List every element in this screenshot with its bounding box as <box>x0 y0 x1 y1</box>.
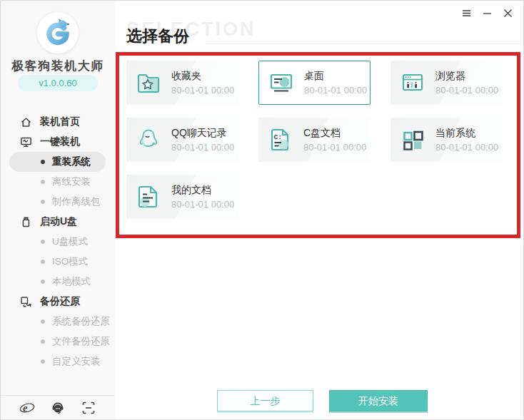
card-title: 收藏夹 <box>171 70 234 83</box>
start-install-button[interactable]: 开始安装 <box>329 390 428 411</box>
sidebar-item-label: 重装系统 <box>52 155 91 168</box>
sidebar-item-label: U盘模式 <box>52 235 88 248</box>
close-icon[interactable] <box>502 7 514 19</box>
sidebar-item-label: 自定义安装 <box>52 355 101 368</box>
bullet-icon <box>41 200 45 204</box>
sidebar-item-label: 一键装机 <box>40 135 80 148</box>
backup-card-c-drive-docs[interactable]: C: C盘文档 80-01-01 00:00 <box>258 118 371 162</box>
card-date: 80-01-01 00:00 <box>435 85 498 96</box>
sidebar-item-home[interactable]: 装机首页 <box>1 112 115 132</box>
sidebar-item-system-backup-restore[interactable]: 系统备份还原 <box>1 312 115 332</box>
c-drive-doc-icon: C: <box>266 126 295 154</box>
backup-restore-icon <box>20 296 32 308</box>
previous-step-button[interactable]: 上一步 <box>217 390 313 411</box>
card-title: 桌面 <box>304 70 367 83</box>
backup-card-browser[interactable]: 浏览器 80-01-01 00:00 <box>391 61 503 105</box>
qq-icon <box>134 126 163 154</box>
sidebar-item-backup-restore[interactable]: 备份还原 <box>1 292 115 312</box>
card-text: 当前系统 80-01-01 00:00 <box>435 127 498 153</box>
card-date: 80-01-01 00:00 <box>171 142 234 153</box>
sidebar-item-label: ISO模式 <box>52 255 88 268</box>
card-date: 80-01-01 00:00 <box>303 142 366 153</box>
browser-icon <box>398 68 427 97</box>
sidebar-item-label: 制作离线包 <box>52 195 101 208</box>
card-date: 80-01-01 00:00 <box>304 85 367 96</box>
hamburger-menu-icon[interactable] <box>460 7 473 19</box>
card-text: C盘文档 80-01-01 00:00 <box>303 127 366 153</box>
sidebar-item-reinstall-system[interactable]: 重装系统 <box>9 152 106 172</box>
card-text: QQ聊天记录 80-01-01 00:00 <box>171 127 234 153</box>
bullet-icon <box>41 280 45 284</box>
svg-text:C:: C: <box>274 133 282 141</box>
sidebar-item-label: 启动U盘 <box>40 215 77 228</box>
card-date: 80-01-01 00:00 <box>171 199 234 210</box>
card-date: 80-01-01 00:00 <box>435 142 498 153</box>
sidebar-item-one-key-install[interactable]: 一键装机 <box>1 132 115 152</box>
sidebar-item-boot-usb[interactable]: 启动U盘 <box>1 212 115 232</box>
sidebar-item-label: 本地模式 <box>52 275 91 288</box>
backup-card-favorites[interactable]: 收藏夹 80-01-01 00:00 <box>126 61 238 105</box>
title-divider <box>206 43 520 44</box>
card-title: QQ聊天记录 <box>171 127 234 140</box>
sidebar-item-custom-install[interactable]: 自定义安装 <box>1 352 115 372</box>
current-system-icon <box>398 126 427 154</box>
sidebar-item-label: 文件备份还原 <box>52 335 110 348</box>
sidebar-item-label: 备份还原 <box>40 295 80 308</box>
card-title: C盘文档 <box>303 127 366 140</box>
sidebar-item-label: 装机首页 <box>40 116 80 128</box>
bullet-icon <box>41 240 45 244</box>
card-text: 我的文档 80-01-01 00:00 <box>171 184 234 210</box>
sidebar-item-file-backup-restore[interactable]: 文件备份还原 <box>1 332 115 352</box>
bullet-icon <box>41 180 45 184</box>
bullet-icon <box>41 319 45 324</box>
geek-dog-logo <box>37 12 79 53</box>
page-title: 选择备份 <box>126 26 189 47</box>
card-title: 浏览器 <box>435 70 498 83</box>
card-title: 当前系统 <box>435 127 498 140</box>
sidebar-item-usb-mode[interactable]: U盘模式 <box>1 232 115 252</box>
sidebar: 极客狗装机大师 v1.0.0.60 装机首页 一键装机 重装系统 <box>1 1 115 419</box>
sidebar-item-local-mode[interactable]: 本地模式 <box>1 272 115 292</box>
card-title: 我的文档 <box>171 184 234 197</box>
minimize-icon[interactable] <box>481 7 493 19</box>
card-text: 桌面 80-01-01 00:00 <box>304 70 367 96</box>
version-badge: v1.0.0.60 <box>18 75 98 91</box>
sidebar-item-label: 离线安装 <box>52 175 91 188</box>
card-text: 收藏夹 80-01-01 00:00 <box>171 70 234 96</box>
headset-support-icon[interactable] <box>50 401 66 415</box>
scan-qr-icon[interactable] <box>81 401 96 415</box>
backup-card-my-documents[interactable]: 我的文档 80-01-01 00:00 <box>126 175 238 219</box>
card-date: 80-01-01 00:00 <box>171 85 234 96</box>
card-text: 浏览器 80-01-01 00:00 <box>435 70 498 96</box>
usb-drive-icon <box>20 216 32 228</box>
logo-container <box>1 12 115 56</box>
sidebar-item-offline-install[interactable]: 离线安装 <box>1 172 115 192</box>
sidebar-footer: e <box>1 395 115 419</box>
bullet-icon <box>41 359 45 364</box>
backup-items-grid: 收藏夹 80-01-01 00:00 桌面 80-01-01 00:00 <box>126 61 512 219</box>
sidebar-item-iso-mode[interactable]: ISO模式 <box>1 252 115 272</box>
sidebar-item-make-offline-pack[interactable]: 制作离线包 <box>1 192 115 212</box>
desktop-icon <box>267 68 296 97</box>
backup-card-desktop[interactable]: 桌面 80-01-01 00:00 <box>258 61 371 105</box>
bullet-icon <box>41 339 45 344</box>
home-icon <box>20 116 32 128</box>
backup-card-qq-chat[interactable]: QQ聊天记录 80-01-01 00:00 <box>126 118 238 162</box>
monitor-icon <box>20 136 32 148</box>
ie-browser-icon[interactable]: e <box>19 401 35 415</box>
sidebar-menu: 装机首页 一键装机 重装系统 离线安装 制作离线包 <box>1 112 115 372</box>
my-documents-icon <box>134 183 163 211</box>
favorites-folder-icon <box>134 68 163 97</box>
sidebar-item-label: 系统备份还原 <box>52 315 110 328</box>
app-window: 极客狗装机大师 v1.0.0.60 装机首页 一键装机 重装系统 <box>0 0 524 420</box>
app-name: 极客狗装机大师 <box>1 58 115 74</box>
window-controls <box>460 7 514 19</box>
bullet-icon <box>41 260 45 264</box>
bullet-icon <box>41 160 45 164</box>
backup-card-current-system[interactable]: 当前系统 80-01-01 00:00 <box>391 118 503 162</box>
